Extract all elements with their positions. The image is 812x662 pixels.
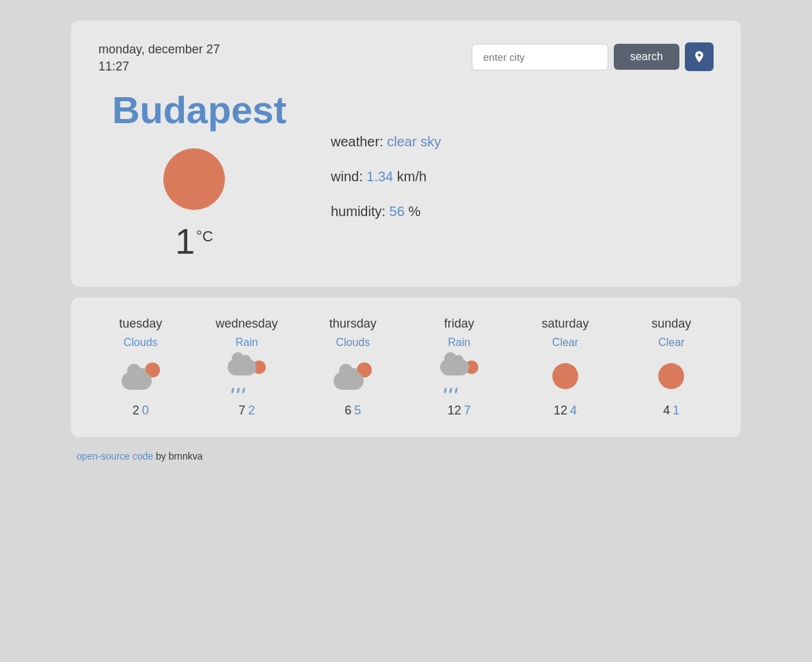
sun-icon bbox=[658, 363, 684, 389]
wind-label: wind: bbox=[331, 169, 363, 184]
temp-low: 1 bbox=[673, 403, 679, 418]
forecast-card: tuesday Clouds 2 0 wednesday Rain bbox=[71, 297, 741, 437]
weather-condition-line: weather: clear sky bbox=[331, 134, 441, 150]
forecast-day-name: thursday bbox=[329, 317, 377, 331]
forecast-icon-area bbox=[649, 354, 693, 398]
weather-value: clear sky bbox=[387, 134, 441, 149]
temp-low: 7 bbox=[464, 403, 471, 418]
forecast-temps: 7 2 bbox=[239, 403, 255, 418]
search-input[interactable] bbox=[472, 44, 608, 70]
city-name: Budapest bbox=[112, 88, 286, 132]
temp-high: 2 bbox=[133, 403, 139, 418]
date-time: monday, december 27 11:27 bbox=[98, 42, 220, 74]
temp-high: 12 bbox=[448, 403, 461, 418]
current-weather-icon bbox=[163, 148, 225, 210]
forecast-icon-area bbox=[331, 354, 375, 398]
forecast-temps: 12 7 bbox=[448, 403, 471, 418]
search-area: search bbox=[472, 42, 714, 71]
temp-high: 6 bbox=[344, 403, 351, 418]
forecast-day: tuesday Clouds 2 0 bbox=[87, 317, 193, 418]
rain-icon bbox=[440, 359, 478, 393]
temp-high: 4 bbox=[663, 403, 670, 418]
forecast-day: wednesday Rain 7 2 bbox=[193, 317, 299, 418]
location-button[interactable] bbox=[685, 42, 714, 71]
footer-author: by brnnkva bbox=[156, 451, 202, 462]
forecast-condition: Rain bbox=[448, 336, 470, 349]
forecast-day-name: tuesday bbox=[119, 317, 162, 331]
date-display: monday, december 27 bbox=[98, 42, 220, 57]
rain-icon bbox=[228, 359, 266, 393]
temp-low: 0 bbox=[142, 403, 149, 418]
wind-unit: km/h bbox=[397, 169, 427, 184]
footer: open-source code by brnnkva bbox=[71, 451, 741, 462]
forecast-day: thursday Clouds 6 5 bbox=[300, 317, 406, 418]
forecast-day-name: saturday bbox=[541, 317, 588, 331]
top-header: monday, december 27 11:27 search bbox=[98, 42, 714, 74]
clouds-icon bbox=[334, 362, 372, 390]
clouds-icon bbox=[122, 362, 160, 390]
location-icon bbox=[692, 50, 706, 64]
humidity-value: 56 bbox=[390, 204, 405, 219]
temp-high: 7 bbox=[239, 403, 245, 418]
forecast-day: friday Rain 12 7 bbox=[406, 317, 512, 418]
forecast-icon-area bbox=[225, 354, 269, 398]
forecast-icon-area bbox=[119, 354, 163, 398]
humidity-unit: % bbox=[408, 204, 420, 219]
temp-low: 5 bbox=[354, 403, 361, 418]
top-card: monday, december 27 11:27 search Budapes… bbox=[71, 21, 741, 287]
forecast-condition: Clouds bbox=[336, 336, 370, 349]
temperature-display: 1 °C bbox=[175, 224, 213, 259]
forecast-temps: 12 4 bbox=[554, 403, 577, 418]
temp-unit: °C bbox=[196, 228, 213, 246]
forecast-condition: Clear bbox=[658, 336, 684, 349]
forecast-condition: Clear bbox=[552, 336, 578, 349]
weather-label: weather: bbox=[331, 134, 383, 149]
forecast-day-name: wednesday bbox=[215, 317, 278, 331]
forecast-day: saturday Clear 12 4 bbox=[512, 317, 618, 418]
forecast-temps: 4 1 bbox=[663, 403, 679, 418]
wind-value: 1.34 bbox=[366, 169, 393, 184]
forecast-day-name: sunday bbox=[651, 317, 691, 331]
temp-low: 2 bbox=[248, 403, 255, 418]
forecast-icon-area bbox=[437, 354, 481, 398]
wind-line: wind: 1.34 km/h bbox=[331, 169, 441, 185]
weather-details: weather: clear sky wind: 1.34 km/h humid… bbox=[331, 127, 441, 220]
temp-low: 4 bbox=[570, 403, 577, 418]
open-source-link[interactable]: open-source code bbox=[77, 451, 153, 462]
time-display: 11:27 bbox=[98, 59, 220, 74]
temp-high: 12 bbox=[554, 403, 567, 418]
humidity-line: humidity: 56 % bbox=[331, 204, 441, 220]
forecast-condition: Clouds bbox=[124, 336, 158, 349]
forecast-temps: 6 5 bbox=[344, 403, 361, 418]
forecast-day-name: friday bbox=[444, 317, 474, 331]
temp-value: 1 bbox=[175, 224, 195, 259]
weather-main: Budapest 1 °C weather: clear sky wind: 1… bbox=[98, 88, 714, 259]
forecast-icon-area bbox=[543, 354, 587, 398]
forecast-temps: 2 0 bbox=[133, 403, 149, 418]
city-weather-left: Budapest 1 °C bbox=[98, 88, 290, 259]
main-container: monday, december 27 11:27 search Budapes… bbox=[71, 21, 741, 462]
sun-icon bbox=[552, 363, 578, 389]
humidity-label: humidity: bbox=[331, 204, 385, 219]
forecast-condition: Rain bbox=[236, 336, 258, 349]
forecast-day: sunday Clear 4 1 bbox=[619, 317, 725, 418]
search-button[interactable]: search bbox=[614, 44, 679, 70]
